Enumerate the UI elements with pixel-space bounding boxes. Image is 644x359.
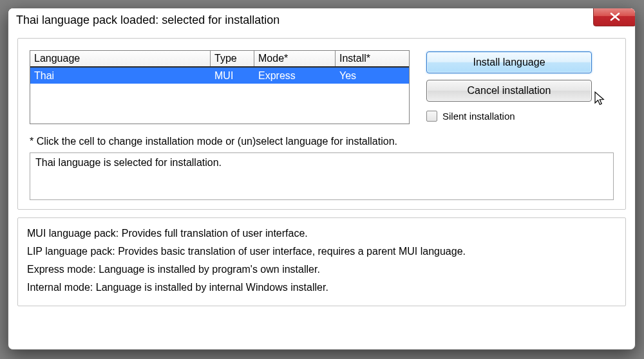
- cell-install[interactable]: Yes: [336, 69, 409, 82]
- silent-install-checkbox[interactable]: [426, 111, 437, 122]
- install-language-button[interactable]: Install language: [426, 51, 592, 73]
- col-install[interactable]: Install*: [336, 51, 409, 66]
- close-button[interactable]: [593, 8, 636, 26]
- upper-panel: Language Type Mode* Install* Thai MUI Ex…: [17, 38, 626, 210]
- col-type[interactable]: Type: [211, 51, 254, 66]
- cancel-installation-button[interactable]: Cancel installation: [426, 80, 592, 102]
- info-panel: MUI language pack: Provides full transla…: [17, 217, 626, 306]
- language-table[interactable]: Language Type Mode* Install* Thai MUI Ex…: [30, 50, 410, 124]
- table-row[interactable]: Thai MUI Express Yes: [30, 68, 409, 84]
- info-lip: LIP language pack: Provides basic transl…: [27, 243, 616, 261]
- table-empty-area: [30, 84, 409, 124]
- silent-install-row[interactable]: Silent installation: [426, 111, 592, 122]
- titlebar: Thai language pack loaded: selected for …: [8, 8, 635, 33]
- col-language[interactable]: Language: [30, 51, 211, 66]
- silent-install-label: Silent installation: [442, 111, 515, 122]
- dialog-window: Thai language pack loaded: selected for …: [8, 8, 636, 350]
- status-text: Thai language is selected for installati…: [35, 157, 222, 168]
- cell-language[interactable]: Thai: [30, 69, 211, 82]
- dialog-title: Thai language pack loaded: selected for …: [16, 14, 279, 27]
- hint-text: * Click the cell to change installation …: [30, 136, 614, 147]
- close-icon: [609, 12, 621, 21]
- info-express: Express mode: Language is installed by p…: [27, 261, 616, 279]
- side-controls: Install language Cancel installation Sil…: [426, 50, 592, 122]
- status-box: Thai language is selected for installati…: [30, 152, 614, 200]
- col-mode[interactable]: Mode*: [254, 51, 336, 66]
- cell-mode[interactable]: Express: [254, 69, 336, 82]
- table-header: Language Type Mode* Install*: [30, 51, 409, 68]
- info-mui: MUI language pack: Provides full transla…: [27, 225, 616, 243]
- info-internal: Internal mode: Language is installed by …: [27, 279, 616, 297]
- cell-type[interactable]: MUI: [211, 69, 254, 82]
- dialog-content: Language Type Mode* Install* Thai MUI Ex…: [8, 33, 635, 313]
